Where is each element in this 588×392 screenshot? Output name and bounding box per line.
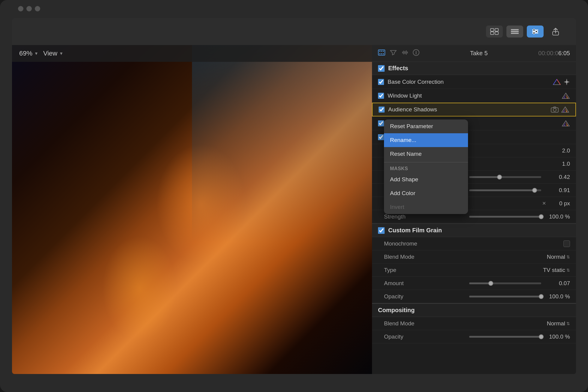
add-shape-item[interactable]: Add Shape xyxy=(384,173,468,186)
timecode-main: 6:05 xyxy=(558,50,570,56)
blur-amount-value[interactable]: 2.0 xyxy=(546,147,570,154)
reset-name-item[interactable]: Reset Name xyxy=(384,147,468,161)
svg-rect-2 xyxy=(490,32,494,35)
reset-parameter-label: Reset Parameter xyxy=(390,123,433,130)
compositing-blend-row: Blend Mode Normal ⇅ xyxy=(372,317,576,330)
inspector-toolbar: Take 5 00:00:06:05 xyxy=(372,45,576,62)
video-background xyxy=(12,45,372,374)
audience-shadows-row[interactable]: Audience Shadows xyxy=(372,103,576,116)
prism-icon xyxy=(553,79,561,85)
film-icon[interactable] xyxy=(378,50,385,57)
compositing-blend-label: Blend Mode xyxy=(384,320,547,327)
strength-slider[interactable] xyxy=(469,216,541,218)
effects-checkbox[interactable] xyxy=(378,65,385,72)
svg-rect-4 xyxy=(511,29,519,30)
svg-rect-6 xyxy=(511,33,519,34)
audience-shadows-label: Audience Shadows xyxy=(388,106,551,113)
share-button[interactable] xyxy=(547,26,564,38)
blend-mode-arrows: ⇅ xyxy=(566,255,570,259)
video-preview: 69% ▼ View ▼ xyxy=(12,45,372,374)
window-light-checkbox[interactable] xyxy=(378,93,384,99)
size-slider[interactable] xyxy=(469,176,541,178)
context-menu-separator xyxy=(384,162,468,162)
monochrome-label: Monochrome xyxy=(384,240,563,247)
base-color-checkbox[interactable] xyxy=(378,79,384,85)
minimize-dot[interactable] xyxy=(26,6,32,11)
svg-rect-20 xyxy=(383,53,384,54)
window-light-row[interactable]: Window Light xyxy=(372,89,576,103)
film-grain-checkbox[interactable] xyxy=(378,227,385,234)
svg-rect-15 xyxy=(379,51,380,52)
reset-name-label: Reset Name xyxy=(390,151,422,157)
add-color-label: Add Color xyxy=(390,190,416,197)
close-dot[interactable] xyxy=(18,6,23,11)
opacity-label: Opacity xyxy=(384,293,464,300)
base-color-label: Base Color Correction xyxy=(388,79,553,85)
camera-icon xyxy=(551,107,559,113)
blend-mode-value: Normal xyxy=(547,254,565,260)
svg-rect-17 xyxy=(383,51,384,52)
strength-value[interactable]: 100.0 % xyxy=(546,213,570,220)
svg-rect-16 xyxy=(381,51,382,52)
compositing-opacity-row: Opacity 100.0 % xyxy=(372,330,576,343)
darken-value[interactable]: 1.0 xyxy=(546,161,570,167)
opacity-slider[interactable] xyxy=(469,296,541,297)
main-content: 69% ▼ View ▼ xyxy=(12,45,576,374)
inspector-button[interactable] xyxy=(527,26,544,38)
blend-mode-dropdown[interactable]: Normal ⇅ xyxy=(547,254,570,260)
type-dropdown[interactable]: TV static ⇅ xyxy=(543,267,570,273)
amount-label: Amount xyxy=(384,280,464,287)
compositing-opacity-slider[interactable] xyxy=(469,336,541,338)
context-menu: Reset Parameter Rename... Reset Name MAS… xyxy=(384,119,468,214)
compositing-blend-value: Normal xyxy=(547,320,565,327)
amount-slider[interactable] xyxy=(469,282,541,284)
strength-label: Strength xyxy=(384,213,464,220)
prism-icon xyxy=(562,92,570,99)
list-view-button[interactable] xyxy=(506,26,523,38)
info-icon[interactable] xyxy=(413,49,419,57)
filter-icon[interactable] xyxy=(390,50,397,57)
svg-rect-0 xyxy=(490,29,494,31)
compositing-blend-dropdown[interactable]: Normal ⇅ xyxy=(547,320,570,327)
base-color-icons xyxy=(553,79,570,85)
add-color-item[interactable]: Add Color xyxy=(384,186,468,200)
compositing-opacity-label: Opacity xyxy=(384,333,464,340)
type-arrows: ⇅ xyxy=(566,268,570,273)
key-spotlight-checkbox[interactable] xyxy=(378,120,384,126)
key-spotlight-icons xyxy=(562,120,570,127)
falloff-value[interactable]: 0.91 xyxy=(546,187,570,194)
size-value[interactable]: 0.42 xyxy=(546,174,570,180)
effects-section-header: Effects xyxy=(372,62,576,75)
top-toolbar xyxy=(12,18,576,45)
window-light-icons xyxy=(562,92,570,99)
audio-icon[interactable] xyxy=(401,50,408,57)
screen-area: 69% ▼ View ▼ xyxy=(12,18,576,374)
type-value: TV static xyxy=(543,267,565,273)
center-x-button[interactable]: ✕ xyxy=(542,201,546,206)
preview-toolbar: 69% ▼ View ▼ xyxy=(12,45,372,62)
center-value[interactable]: 0 px xyxy=(546,200,570,207)
timecode-prefix: 00:00:0 xyxy=(538,50,558,56)
invert-item: Invert xyxy=(384,200,468,214)
compositing-blend-arrows: ⇅ xyxy=(566,321,570,326)
blend-mode-label: Blend Mode xyxy=(384,254,547,260)
rename-item[interactable]: Rename... xyxy=(384,133,468,147)
compositing-opacity-value[interactable]: 100.0 % xyxy=(546,333,570,340)
compositing-title: Compositing xyxy=(378,307,415,313)
reset-parameter-item[interactable]: Reset Parameter xyxy=(384,119,468,133)
soft-edges-checkbox[interactable] xyxy=(378,134,384,140)
view-button[interactable]: View ▼ xyxy=(43,50,63,57)
opacity-row: Opacity 100.0 % xyxy=(372,290,576,303)
opacity-value[interactable]: 100.0 % xyxy=(546,293,570,300)
amount-value[interactable]: 0.07 xyxy=(546,280,570,287)
effects-panel[interactable]: Effects Base Color Correction xyxy=(372,62,576,374)
falloff-slider[interactable] xyxy=(469,189,541,191)
audience-shadows-checkbox[interactable] xyxy=(379,107,385,113)
grid-view-button[interactable] xyxy=(486,26,503,38)
zoom-control[interactable]: 69% ▼ xyxy=(19,50,38,57)
maximize-dot[interactable] xyxy=(35,6,40,11)
monochrome-checkbox[interactable] xyxy=(563,240,570,247)
base-color-correction-row[interactable]: Base Color Correction xyxy=(372,75,576,89)
film-grain-header: Custom Film Grain xyxy=(372,223,576,237)
timecode: 00:00:06:05 xyxy=(538,50,570,57)
